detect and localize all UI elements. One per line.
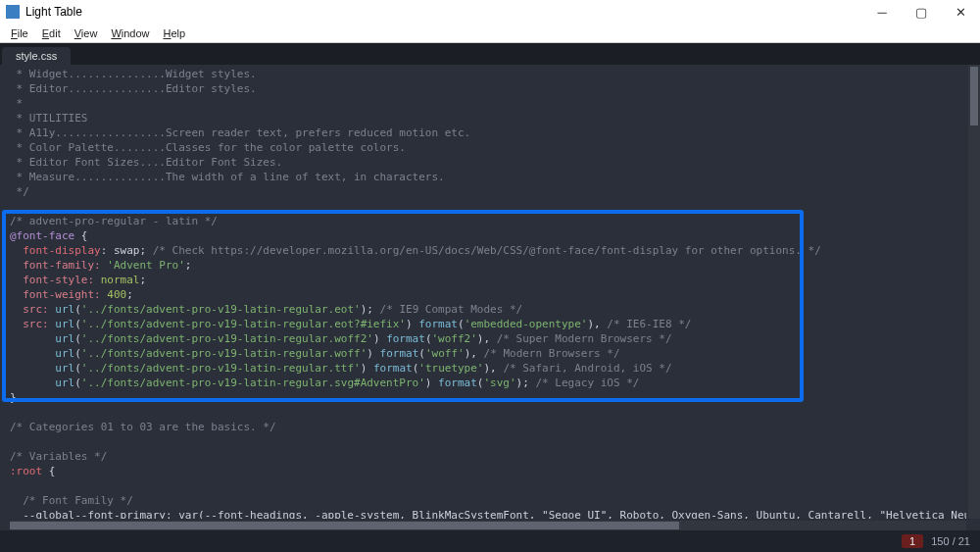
horizontal-scrollbar[interactable] bbox=[10, 521, 966, 530]
menu-file[interactable]: File bbox=[4, 27, 35, 39]
menu-window[interactable]: Window bbox=[104, 27, 156, 39]
statusbar: 1 150 / 21 bbox=[0, 530, 980, 552]
minimize-button[interactable]: ─ bbox=[862, 0, 902, 24]
menu-edit[interactable]: Edit bbox=[35, 27, 68, 39]
app-icon bbox=[6, 5, 20, 19]
error-count[interactable]: 1 bbox=[902, 534, 923, 548]
horizontal-scroll-thumb[interactable] bbox=[10, 522, 679, 529]
menu-help[interactable]: Help bbox=[157, 27, 193, 39]
cursor-position: 150 / 21 bbox=[931, 535, 970, 547]
menubar: File Edit View Window Help bbox=[0, 24, 980, 43]
editor-area[interactable]: * Widget...............Widget styles. * … bbox=[0, 65, 980, 530]
tab-stylecss[interactable]: style.css bbox=[2, 47, 71, 65]
window-title: Light Table bbox=[25, 5, 82, 19]
vertical-scrollbar[interactable] bbox=[968, 65, 980, 519]
window-titlebar: Light Table ─ ▢ ✕ bbox=[0, 0, 980, 24]
code-view[interactable]: * Widget...............Widget styles. * … bbox=[10, 67, 966, 519]
tabstrip: style.css bbox=[0, 43, 980, 65]
vertical-scroll-thumb[interactable] bbox=[970, 67, 978, 125]
maximize-button[interactable]: ▢ bbox=[902, 0, 941, 24]
menu-view[interactable]: View bbox=[68, 27, 105, 39]
close-button[interactable]: ✕ bbox=[941, 0, 980, 24]
